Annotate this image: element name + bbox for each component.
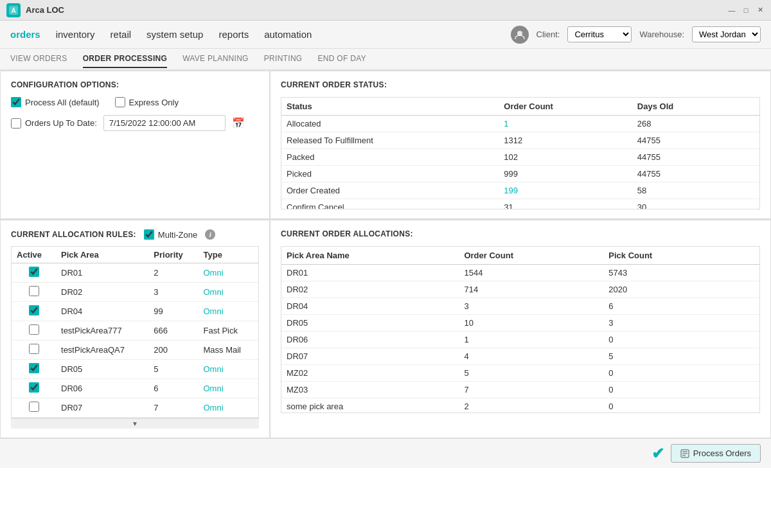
- minimize-button[interactable]: —: [727, 6, 736, 15]
- order-status-table-container: Status Order Count Days Old Allocated 1 …: [281, 97, 760, 209]
- table-row: Confirm Cancel 31 30: [281, 199, 759, 210]
- subnav-printing[interactable]: PRINTING: [264, 50, 303, 68]
- days-old-cell: 44755: [632, 166, 736, 182]
- priority-cell: 5: [148, 360, 198, 379]
- client-dropdown[interactable]: Cerritus: [567, 26, 632, 42]
- active-checkbox[interactable]: [29, 267, 39, 277]
- alloc-pick-area-cell: MZ03: [281, 382, 459, 398]
- type-cell[interactable]: Omni: [198, 360, 258, 379]
- sub-nav: VIEW ORDERS ORDER PROCESSING WAVE PLANNI…: [0, 49, 771, 71]
- process-orders-button[interactable]: Process Orders: [671, 444, 761, 463]
- section-top: CONFIGURATION OPTIONS: Process All (defa…: [0, 71, 771, 220]
- alloc-pick-area-cell: DR07: [281, 348, 459, 365]
- active-checkbox[interactable]: [29, 382, 39, 393]
- alloc-order-count-cell: 1: [459, 332, 603, 348]
- process-all-label: Process All (default): [25, 98, 100, 107]
- multi-zone-checkbox[interactable]: [144, 229, 154, 240]
- priority-cell: 6: [148, 379, 198, 398]
- active-cell[interactable]: [12, 379, 56, 398]
- top-nav: orders inventory retail system setup rep…: [0, 21, 771, 49]
- date-input[interactable]: 7/15/2022 12:00:00 AM: [103, 115, 226, 131]
- order-count-cell: 999: [499, 166, 632, 182]
- empty-cell: [736, 182, 759, 199]
- pick-area-cell: DR07: [56, 398, 148, 418]
- active-cell[interactable]: [12, 283, 56, 302]
- nav-orders[interactable]: orders: [10, 26, 40, 42]
- type-cell[interactable]: Omni: [198, 302, 258, 321]
- alloc-pick-area-cell: MZ02: [281, 365, 459, 382]
- warehouse-dropdown[interactable]: West Jordan: [692, 26, 761, 42]
- alloc-order-count-cell: 2: [459, 398, 603, 414]
- type-cell[interactable]: Omni: [198, 263, 258, 283]
- status-cell: Packed: [281, 149, 499, 166]
- subnav-end-of-day[interactable]: END OF DAY: [317, 50, 366, 68]
- type-cell: Mass Mail: [198, 341, 258, 360]
- title-bar: A Arca LOC — □ ✕: [0, 0, 771, 21]
- empty-cell: [734, 382, 759, 398]
- active-cell[interactable]: [12, 263, 56, 283]
- table-row: Packed 102 44755: [281, 149, 759, 166]
- order-count-cell: 31: [499, 199, 632, 210]
- info-icon[interactable]: i: [205, 229, 215, 240]
- scroll-down-arrow[interactable]: ▼: [11, 418, 259, 429]
- nav-system-setup[interactable]: system setup: [146, 26, 203, 42]
- table-row: DR05 10 3: [281, 315, 759, 332]
- active-cell[interactable]: [12, 302, 56, 321]
- type-cell[interactable]: Omni: [198, 283, 258, 302]
- subnav-wave-planning[interactable]: WAVE PLANNING: [182, 50, 249, 68]
- empty-cell: [734, 332, 759, 348]
- nav-reports[interactable]: reports: [218, 26, 249, 42]
- order-count-cell: 102: [499, 149, 632, 166]
- empty-cell: [736, 116, 759, 132]
- user-icon[interactable]: [511, 26, 529, 44]
- orders-up-to-date-item[interactable]: Orders Up To Date:: [11, 118, 97, 129]
- order-alloc-table: Pick Area Name Order Count Pick Count DR…: [281, 247, 759, 413]
- express-only-checkbox[interactable]: [115, 97, 125, 107]
- subnav-order-processing[interactable]: ORDER PROCESSING: [83, 50, 168, 68]
- active-checkbox[interactable]: [29, 402, 39, 412]
- calendar-icon[interactable]: 📅: [232, 117, 245, 129]
- order-count-cell[interactable]: 199: [499, 182, 632, 199]
- express-only-item[interactable]: Express Only: [115, 97, 179, 107]
- nav-inventory[interactable]: inventory: [56, 26, 95, 42]
- nav-retail[interactable]: retail: [111, 26, 132, 42]
- active-checkbox[interactable]: [29, 286, 39, 296]
- active-cell[interactable]: [12, 360, 56, 379]
- alloc-pick-count-cell: 0: [603, 365, 734, 382]
- maximize-button[interactable]: □: [741, 6, 750, 15]
- process-icon: [680, 449, 689, 458]
- process-all-checkbox[interactable]: [11, 97, 21, 107]
- table-row: DR04 3 6: [281, 298, 759, 315]
- window-controls: — □ ✕: [727, 6, 765, 15]
- active-checkbox[interactable]: [29, 324, 39, 335]
- alloc-pick-area-cell: some pick area: [281, 398, 459, 414]
- order-count-cell[interactable]: 1: [499, 116, 632, 132]
- process-all-item[interactable]: Process All (default): [11, 97, 100, 107]
- col-days-old: Days Old: [632, 98, 736, 116]
- multi-zone-item[interactable]: Multi-Zone: [144, 229, 197, 240]
- pick-area-cell: DR04: [56, 302, 148, 321]
- pick-area-cell: DR05: [56, 360, 148, 379]
- order-status-panel: CURRENT ORDER STATUS: Status Order Count…: [270, 71, 771, 219]
- alloc-order-count-cell: 5: [459, 365, 603, 382]
- type-cell[interactable]: Omni: [198, 379, 258, 398]
- alloc-pick-area-cell: DR01: [281, 265, 459, 281]
- active-cell[interactable]: [12, 398, 56, 418]
- orders-up-to-date-checkbox[interactable]: [11, 118, 21, 129]
- type-cell[interactable]: Omni: [198, 398, 258, 418]
- pick-area-cell: DR06: [56, 379, 148, 398]
- nav-automation[interactable]: automation: [264, 26, 312, 42]
- alloc-rules-panel: CURRENT ALLOCATION RULES: Multi-Zone i A…: [0, 220, 270, 438]
- active-cell[interactable]: [12, 341, 56, 360]
- empty-cell: [734, 365, 759, 382]
- active-checkbox[interactable]: [29, 363, 39, 373]
- alloc-pick-count-cell: 0: [603, 382, 734, 398]
- table-row: Order Created 199 58: [281, 182, 759, 199]
- subnav-view-orders[interactable]: VIEW ORDERS: [10, 50, 67, 68]
- active-checkbox[interactable]: [29, 344, 39, 354]
- active-checkbox[interactable]: [29, 305, 39, 315]
- table-row: DR06 6 Omni: [12, 379, 258, 398]
- active-cell[interactable]: [12, 321, 56, 341]
- table-row: DR07 4 5: [281, 348, 759, 365]
- close-button[interactable]: ✕: [756, 6, 765, 15]
